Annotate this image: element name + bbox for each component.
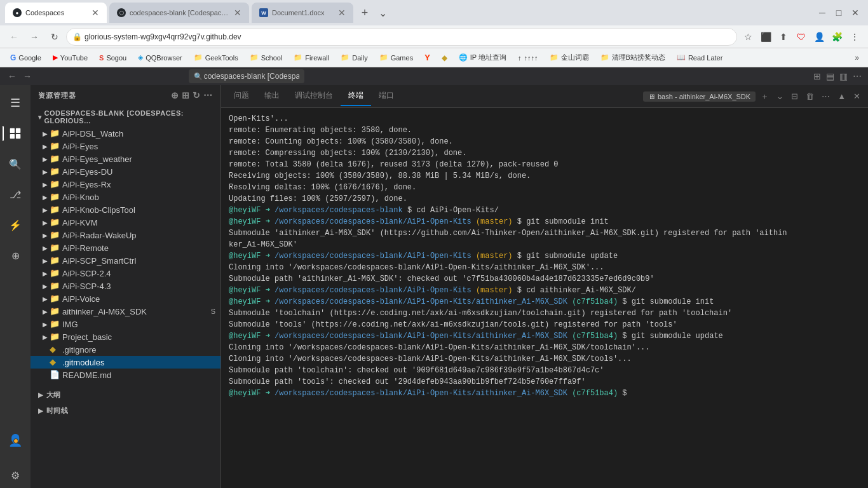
- activity-explorer-icon[interactable]: [3, 121, 28, 146]
- tab-debug-console[interactable]: 调试控制台: [287, 86, 341, 106]
- tree-item-aipi-scp-smart[interactable]: ▶📁AiPi-SCP_SmartCtrl: [31, 254, 220, 267]
- bookmark-school[interactable]: 📁 School: [245, 51, 288, 64]
- bookmark-games[interactable]: 📁 Games: [374, 51, 418, 64]
- tree-item-aipi-radar[interactable]: ▶📁AiPi-Radar-WakeUp: [31, 229, 220, 241]
- bookmark-jinshan[interactable]: 📁 金山词霸: [545, 51, 594, 64]
- bookmark-youtube[interactable]: ▶ YouTube: [48, 51, 93, 64]
- panel-more[interactable]: ⋯: [819, 90, 832, 102]
- tree-item-readme[interactable]: 📄README.md: [31, 369, 220, 381]
- tree-item-aipi-scp-43[interactable]: ▶📁AiPi-SCP-4.3: [31, 280, 220, 292]
- bookmark-readlater[interactable]: 📖 Read Later: [672, 51, 728, 64]
- tab-codespaces[interactable]: ● Codespaces ✕: [5, 3, 107, 23]
- nav-right-icons: ⊞ ▤ ▥ ⋯: [812, 70, 863, 83]
- nav-forward-arrow[interactable]: →: [20, 70, 34, 83]
- nav-split-icon[interactable]: ⊞: [812, 70, 822, 83]
- tab-github[interactable]: ⬡ codespaces-blank [Codespaces:... ✕: [109, 3, 249, 23]
- close-button[interactable]: ✕: [848, 5, 863, 20]
- tree-item-img[interactable]: ▶📁IMG: [31, 318, 220, 330]
- activity-search-icon[interactable]: 🔍: [3, 151, 28, 177]
- reload-button[interactable]: ↻: [46, 28, 64, 46]
- menu-icon[interactable]: ⋮: [846, 29, 863, 45]
- panel-maximize[interactable]: ▲: [835, 90, 848, 102]
- panel-kill[interactable]: 🗑: [803, 90, 817, 102]
- bookmark-ip[interactable]: 🌐 IP 地址查询: [454, 51, 512, 64]
- extension-puzzle-icon[interactable]: 🧩: [829, 29, 845, 45]
- tree-item-aipi-eyes-rx[interactable]: ▶📁AiPi-Eyes-Rx: [31, 178, 220, 191]
- explorer-collapse-icon[interactable]: ⋯: [203, 90, 213, 100]
- explorer-new-file-icon[interactable]: ⊕: [171, 90, 179, 100]
- nav-search-input[interactable]: [189, 69, 304, 83]
- item-label: AiPi-Eyes_weather: [62, 154, 220, 164]
- tree-item-aipi-kvm[interactable]: ▶📁AiPi-KVM: [31, 216, 220, 229]
- tab-word[interactable]: W Document1.docx ✕: [252, 3, 353, 23]
- panel-add-terminal[interactable]: ＋: [758, 90, 771, 104]
- outline-section[interactable]: ▶ 大纲: [31, 386, 220, 402]
- bookmark-star-icon[interactable]: ☆: [740, 29, 756, 45]
- panel-close[interactable]: ✕: [851, 90, 863, 102]
- project-section[interactable]: ▾ CODESPACES-BLANK [CODESPACES: GLORIOUS…: [31, 105, 220, 127]
- shield-icon[interactable]: 🛡: [793, 29, 810, 45]
- terminal-content[interactable]: Open-Kits'...remote: Enumerating objects…: [221, 108, 868, 488]
- bookmark-daily-icon: 📁: [341, 53, 349, 62]
- bookmark-sogou[interactable]: S Sogou: [94, 52, 132, 64]
- address-icons: ☆ ⬛ ⬆ 🛡 👤 🧩 ⋮: [740, 29, 863, 45]
- tree-item-aipi-dsl[interactable]: ▶📁AiPi-DSL_Watch: [31, 127, 220, 140]
- tree-item-aipi-eyes-weather[interactable]: ▶📁AiPi-Eyes_weather: [31, 152, 220, 165]
- tab-ports[interactable]: 端口: [371, 86, 402, 106]
- maximize-button[interactable]: □: [831, 5, 846, 20]
- tree-item-aipi-eyes[interactable]: ▶📁AiPi-Eyes: [31, 140, 220, 152]
- user-icon[interactable]: 👤: [811, 29, 827, 45]
- bookmark-qqbrowser[interactable]: ◈ QQBrowser: [133, 51, 187, 64]
- explorer-new-folder-icon[interactable]: ⊞: [182, 90, 190, 100]
- tab-problems[interactable]: 问题: [226, 86, 257, 106]
- panel-dropdown[interactable]: ⌄: [774, 90, 786, 102]
- bookmark-google[interactable]: G Google: [5, 51, 46, 64]
- nav-layout2-icon[interactable]: ▤: [825, 70, 836, 83]
- tab-close-word[interactable]: ✕: [338, 8, 346, 18]
- activity-account-icon[interactable]: 👤: [3, 427, 28, 452]
- tree-item-aipi-remote[interactable]: ▶📁AiPi-Remote: [31, 241, 220, 254]
- bookmark-school-label: School: [261, 54, 283, 62]
- tab-terminal[interactable]: 终端: [341, 86, 371, 106]
- explorer-refresh-icon[interactable]: ↻: [193, 90, 201, 100]
- bookmark-daily[interactable]: 📁 Daily: [336, 51, 372, 64]
- tree-item-aithinker-sdk[interactable]: ▶📁aithinker_Ai-M6X_SDKS: [31, 305, 220, 318]
- tab-add-button[interactable]: +: [356, 4, 374, 22]
- tree-item-gitmodules[interactable]: ◆.gitmodules: [31, 356, 220, 369]
- tree-item-aipi-knob[interactable]: ▶📁AiPi-Knob: [31, 191, 220, 203]
- tab-overflow-button[interactable]: ⌄: [379, 7, 387, 19]
- tree-item-aipi-scp-24[interactable]: ▶📁AiPi-SCP-2.4: [31, 267, 220, 280]
- panel-split[interactable]: ⊟: [789, 90, 801, 102]
- tree-item-aipi-voice[interactable]: ▶📁AiPi-Voice: [31, 292, 220, 305]
- minimize-button[interactable]: ─: [815, 5, 830, 20]
- tree-item-aipi-knob-clips[interactable]: ▶📁AiPi-Knob-ClipsTool: [31, 203, 220, 216]
- activity-settings-icon[interactable]: ⚙: [3, 463, 28, 488]
- nav-dots-icon[interactable]: ⋯: [851, 70, 863, 83]
- tree-item-aipi-eyes-du[interactable]: ▶📁AiPi-Eyes-DU: [31, 165, 220, 178]
- bookmarks-overflow[interactable]: »: [851, 51, 863, 64]
- item-badge-s: S: [211, 308, 215, 315]
- tab-close-github[interactable]: ✕: [234, 8, 241, 18]
- bookmark-geektools[interactable]: 📁 GeekTools: [189, 51, 243, 64]
- activity-remote-icon[interactable]: ⊕: [3, 243, 28, 268]
- activity-source-control-icon[interactable]: ⎇: [3, 182, 28, 207]
- forward-button[interactable]: →: [25, 28, 43, 46]
- bookmark-qingli[interactable]: 📁 清理B站捞奖动态: [595, 51, 670, 64]
- timeline-section[interactable]: ▶ 时间线: [31, 402, 220, 418]
- tab-close-codespaces[interactable]: ✕: [92, 8, 99, 18]
- bookmark-arrows[interactable]: ↑ ↑↑↑↑: [513, 52, 543, 64]
- extension-icon[interactable]: ⬛: [757, 29, 774, 45]
- tree-item-gitignore[interactable]: ◆.gitignore: [31, 343, 220, 356]
- nav-layout3-icon[interactable]: ▥: [838, 70, 849, 83]
- back-button[interactable]: ←: [5, 28, 23, 46]
- activity-extensions-icon[interactable]: ⚡: [3, 212, 28, 238]
- tab-output[interactable]: 输出: [257, 86, 287, 106]
- bookmark-y[interactable]: Y: [419, 51, 435, 64]
- bookmark-firewall[interactable]: 📁 Firewall: [288, 51, 334, 64]
- url-input[interactable]: [66, 28, 737, 46]
- activity-menu-icon[interactable]: ☰: [3, 90, 28, 116]
- bookmark-y2[interactable]: ◆: [437, 51, 452, 64]
- tree-item-project-basic[interactable]: ▶📁Project_basic: [31, 330, 220, 343]
- nav-back-arrow[interactable]: ←: [5, 70, 19, 83]
- share-icon[interactable]: ⬆: [775, 29, 792, 45]
